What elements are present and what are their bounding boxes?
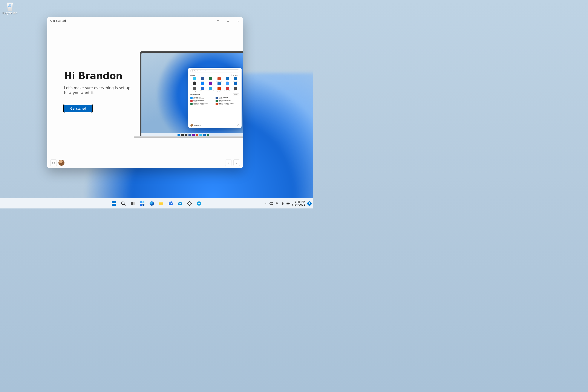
window-close-button[interactable] — [233, 17, 243, 24]
hero-pinned-app: Mail — [223, 77, 231, 82]
hero-pinned-app: Settings — [190, 87, 198, 92]
hero-pinned-app: PowerPoint — [215, 77, 223, 82]
svg-point-4 — [192, 70, 193, 71]
recycle-bin-icon — [6, 2, 14, 11]
svg-point-18 — [150, 201, 154, 206]
svg-line-11 — [124, 204, 126, 206]
hero-pinned-app: Microsoft Store — [190, 82, 198, 86]
svg-rect-6 — [112, 201, 114, 203]
hero-pinned-app: Your Phone — [215, 82, 223, 86]
hero-recommended-item: Expense Worksheet12h ago — [216, 100, 240, 102]
taskbar-item-search[interactable] — [119, 199, 128, 208]
svg-rect-17 — [142, 204, 144, 206]
recycle-bin-label: Recycle Bin — [2, 12, 17, 14]
svg-point-35 — [272, 203, 272, 204]
taskbar-item-store[interactable] — [166, 199, 175, 208]
svg-rect-13 — [133, 202, 135, 205]
svg-rect-23 — [171, 203, 172, 204]
hero-start-menu: Type here to search Pinned All apps › Ed… — [188, 68, 242, 128]
svg-rect-14 — [140, 201, 142, 203]
window-minimize-button[interactable] — [213, 17, 223, 24]
taskbar: 8:48 PM 6/24/2021 2 — [0, 198, 313, 208]
hero-start-search: Type here to search — [190, 70, 240, 72]
hero-pinned-app: Photos — [198, 82, 206, 86]
hero-recommended-item: Quarterly Payroll ReportYesterday at 4:2… — [190, 103, 214, 105]
notification-badge[interactable]: 2 — [307, 201, 312, 206]
wifi-icon[interactable] — [275, 202, 278, 205]
svg-rect-8 — [112, 204, 114, 206]
svg-rect-12 — [131, 202, 132, 205]
hero-recommended-item: Travel Itinerary17m ago — [216, 97, 240, 99]
user-avatar[interactable] — [58, 160, 64, 166]
get-started-window: Get Started Hi Brandon Let's make sure e… — [47, 17, 243, 168]
hero-recommended-item: Brand Guidelines2h ago — [190, 100, 214, 102]
get-started-button[interactable]: Get started — [64, 105, 92, 112]
svg-rect-39 — [287, 203, 289, 204]
svg-rect-16 — [140, 204, 142, 206]
svg-line-5 — [193, 71, 194, 72]
taskbar-item-edge[interactable] — [148, 199, 156, 208]
taskbar-item-task-view[interactable] — [128, 199, 137, 208]
svg-rect-20 — [159, 203, 163, 203]
desktop-icon-recycle-bin[interactable]: Recycle Bin — [2, 2, 18, 14]
home-button[interactable] — [50, 160, 57, 166]
hero-pinned-app: Whiteboard — [207, 87, 215, 92]
hero-pinned-app: Calculator — [198, 87, 206, 92]
svg-rect-7 — [114, 201, 116, 203]
greeting-heading: Hi Brandon — [64, 70, 148, 81]
svg-rect-40 — [290, 203, 290, 204]
svg-rect-9 — [114, 204, 116, 206]
tray-overflow-chevron-icon[interactable] — [264, 202, 267, 205]
svg-rect-22 — [170, 203, 170, 204]
window-maximize-button[interactable] — [223, 17, 233, 24]
svg-point-36 — [272, 203, 272, 204]
taskbar-item-mail[interactable] — [176, 199, 184, 208]
greeting-subhead: Let's make sure everything is set up how… — [64, 86, 131, 96]
window-title: Get Started — [50, 19, 66, 22]
battery-icon[interactable] — [286, 202, 290, 205]
hero-pinned-app: OneNote — [207, 82, 215, 86]
hero-pinned-app: Clock — [232, 87, 240, 92]
svg-point-25 — [189, 203, 190, 204]
svg-point-34 — [271, 203, 271, 204]
clock-date: 6/24/2021 — [292, 204, 305, 206]
hero-pinned-app: Calendar — [232, 77, 240, 82]
hero-laptop-frame: Type here to search Pinned All apps › Ed… — [140, 51, 243, 137]
window-titlebar[interactable]: Get Started — [47, 17, 243, 24]
hero-pinned-app: LinkedIn — [232, 82, 240, 86]
hero-start-power-icon — [237, 124, 240, 126]
hero-pinned-app: Snipping Tool — [215, 87, 223, 92]
prev-page-button[interactable] — [225, 160, 232, 166]
taskbar-clock[interactable]: 8:48 PM 6/24/2021 — [292, 200, 305, 206]
taskbar-item-file-explorer[interactable] — [157, 199, 166, 208]
hero-recommended-item: Adatum Company ProfileYesterday at 1:15 … — [216, 103, 240, 105]
clock-time: 8:48 PM — [295, 200, 305, 204]
svg-point-10 — [122, 202, 124, 204]
hero-recommended-item: Get StartedWelcome to Windows — [190, 97, 214, 99]
taskbar-item-widgets[interactable] — [138, 199, 146, 208]
keyboard-icon[interactable] — [270, 202, 273, 205]
hero-pinned-app: Edge — [190, 77, 198, 82]
system-tray: 8:48 PM 6/24/2021 2 — [264, 200, 312, 206]
hero-pinned-app: Movies & TV — [223, 87, 231, 92]
hero-pinned-app: Excel — [207, 77, 215, 82]
volume-icon[interactable] — [281, 202, 284, 205]
hero-pinned-app: To Do — [223, 82, 231, 86]
taskbar-item-get-started[interactable] — [195, 199, 203, 208]
svg-rect-15 — [142, 201, 144, 203]
hero-illustration: Type here to search Pinned All apps › Ed… — [140, 51, 243, 137]
hero-pinned-app: Word — [198, 77, 206, 82]
hero-start-user-avatar — [190, 124, 193, 126]
svg-rect-21 — [169, 202, 172, 205]
taskbar-item-start[interactable] — [110, 199, 118, 208]
next-page-button[interactable] — [234, 160, 240, 166]
svg-point-37 — [277, 204, 277, 205]
svg-rect-1 — [228, 20, 229, 22]
taskbar-item-settings[interactable] — [185, 199, 194, 208]
